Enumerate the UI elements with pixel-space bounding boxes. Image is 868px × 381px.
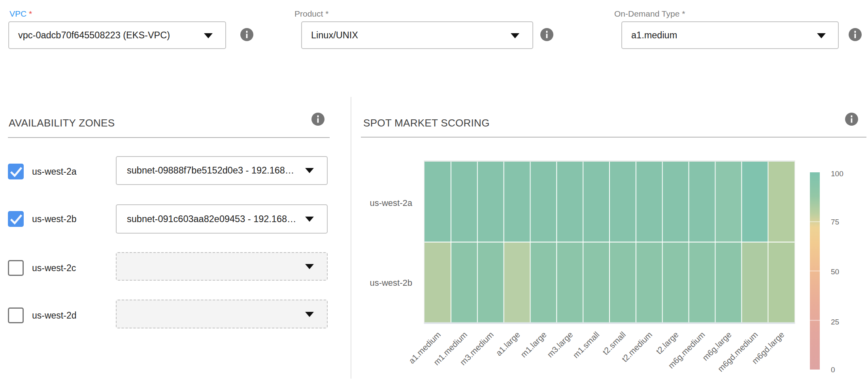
svg-text:a1.large: a1.large bbox=[494, 330, 522, 358]
svg-text:25: 25 bbox=[831, 318, 839, 326]
svg-text:us-west-2a: us-west-2a bbox=[370, 198, 412, 208]
svg-text:t2.large: t2.large bbox=[654, 330, 680, 356]
svg-text:m3.large: m3.large bbox=[545, 330, 574, 359]
svg-text:m1.large: m1.large bbox=[519, 330, 548, 359]
svg-text:100: 100 bbox=[831, 170, 843, 178]
svg-text:m1.small: m1.small bbox=[571, 330, 601, 360]
svg-text:0: 0 bbox=[831, 366, 835, 374]
svg-text:t2.small: t2.small bbox=[601, 330, 627, 356]
svg-text:us-west-2b: us-west-2b bbox=[370, 278, 412, 288]
svg-text:50: 50 bbox=[831, 268, 839, 276]
svg-text:75: 75 bbox=[831, 218, 839, 226]
